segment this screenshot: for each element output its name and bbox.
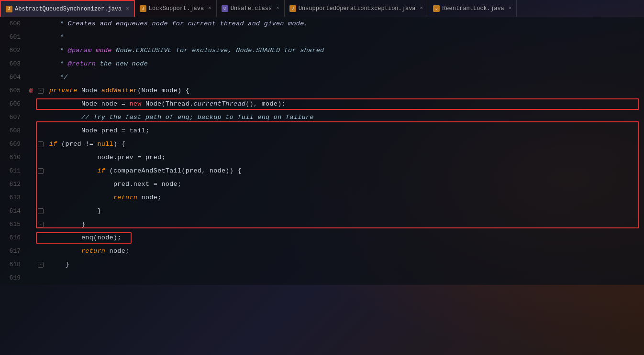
- line-num-611: 611: [0, 164, 26, 178]
- line-num-617: 617: [0, 245, 26, 258]
- code-604: */: [36, 71, 644, 84]
- at-marker-605: @: [29, 84, 33, 97]
- line-num-618: 618: [0, 258, 26, 271]
- line-num-602: 602: [0, 44, 26, 57]
- code-line-607: 607 // Try the fast path of enq; backup …: [0, 111, 644, 124]
- tab-close4[interactable]: ×: [420, 6, 423, 11]
- code-area[interactable]: 600 * Creates and enqueues node for curr…: [0, 17, 644, 285]
- code-line-602: 602 * @param mode Node.EXCLUSIVE for exc…: [0, 44, 644, 57]
- code-601: *: [36, 31, 644, 44]
- code-line-616: 616 enq(node);: [0, 231, 644, 245]
- line-num-619: 619: [0, 271, 26, 285]
- code-line-618: 618 - }: [0, 258, 644, 271]
- code-615: }: [45, 218, 644, 231]
- tab-lock-support[interactable]: J LockSupport.java ×: [135, 0, 217, 17]
- code-line-601: 601 *: [0, 31, 644, 44]
- fold-614[interactable]: -: [38, 208, 44, 214]
- tab-icon-java3: J: [433, 5, 440, 12]
- code-line-619: 619: [0, 271, 644, 285]
- tab-icon-class: C: [222, 5, 228, 12]
- fold-611[interactable]: -: [38, 168, 44, 174]
- line-num-607: 607: [0, 111, 26, 124]
- code-606: Node node = new Node(Thread.currentThrea…: [45, 97, 644, 111]
- gutter-fold-614[interactable]: -: [36, 208, 45, 214]
- gutter-605: @: [26, 84, 36, 97]
- code-line-613: 613 return node;: [0, 191, 644, 204]
- tab-label: AbstractQueuedSynchronizer.java: [15, 6, 122, 12]
- code-613: return node;: [45, 191, 644, 204]
- tab-abstract-queued-synchronizer[interactable]: J AbstractQueuedSynchronizer.java ×: [0, 0, 135, 17]
- tab-icon-java2: J: [140, 5, 146, 12]
- tab-label3: Unsafe.class: [231, 5, 272, 12]
- code-614: }: [45, 204, 644, 218]
- code-line-609: 609 - if (pred != null) {: [0, 138, 644, 151]
- fold-615[interactable]: -: [38, 222, 44, 227]
- code-612: pred.next = node;: [45, 178, 644, 191]
- code-609: if (pred != null) {: [45, 138, 644, 151]
- gutter-fold-615: -: [36, 222, 45, 227]
- code-line-605: 605 @ - private Node addWaiter(Node mode…: [0, 84, 644, 97]
- code-line-600: 600 * Creates and enqueues node for curr…: [0, 17, 644, 31]
- tab-unsafe-class[interactable]: C Unsafe.class ×: [217, 0, 285, 17]
- gutter-fold-611[interactable]: -: [36, 168, 45, 174]
- code-617: return node;: [45, 245, 644, 258]
- tab-icon-exception: J: [289, 5, 296, 12]
- line-num-603: 603: [0, 57, 26, 71]
- line-num-600: 600: [0, 17, 26, 31]
- code-line-617: 617 return node;: [0, 245, 644, 258]
- gutter-fold-609[interactable]: -: [36, 141, 45, 147]
- line-num-613: 613: [0, 191, 26, 204]
- line-num-609: 609: [0, 138, 26, 151]
- code-line-603: 603 * @return the new node: [0, 57, 644, 71]
- line-num-606: 606: [0, 97, 26, 111]
- line-num-614: 614: [0, 204, 26, 218]
- code-607: // Try the fast path of enq; backup to f…: [45, 111, 644, 124]
- line-num-612: 612: [0, 178, 26, 191]
- line-num-616: 616: [0, 231, 26, 245]
- code-603: * @return the new node: [36, 57, 644, 71]
- tab-unsupported-operation[interactable]: J UnsupportedOperationException.java ×: [285, 0, 428, 17]
- code-605: private Node addWaiter(Node mode) {: [45, 84, 644, 97]
- tab-close[interactable]: ×: [126, 6, 129, 11]
- code-line-604: 604 */: [0, 71, 644, 84]
- tab-close3[interactable]: ×: [276, 6, 279, 11]
- line-num-605: 605: [0, 84, 26, 97]
- tab-label4: UnsupportedOperationException.java: [299, 5, 416, 12]
- line-num-608: 608: [0, 124, 26, 138]
- code-line-610: 610 node.prev = pred;: [0, 151, 644, 164]
- tab-close2[interactable]: ×: [208, 6, 211, 11]
- fold-618[interactable]: -: [38, 262, 44, 268]
- code-line-611: 611 - if (compareAndSetTail(pred, node))…: [0, 164, 644, 178]
- gutter-fold-618[interactable]: -: [36, 262, 45, 268]
- line-num-601: 601: [0, 31, 26, 44]
- fold-609[interactable]: -: [38, 141, 44, 147]
- line-num-604: 604: [0, 71, 26, 84]
- code-line-608: 608 Node pred = tail;: [0, 124, 644, 138]
- code-wrapper: 600 * Creates and enqueues node for curr…: [0, 17, 644, 355]
- line-num-615: 615: [0, 218, 26, 231]
- code-line-615: 615 - }: [0, 218, 644, 231]
- code-616: enq(node);: [45, 231, 644, 245]
- tab-close5[interactable]: ×: [509, 6, 512, 11]
- editor-container: J AbstractQueuedSynchronizer.java × J Lo…: [0, 0, 644, 355]
- fold-605[interactable]: -: [38, 88, 44, 94]
- code-618: }: [45, 258, 644, 271]
- code-611: if (compareAndSetTail(pred, node)) {: [45, 164, 644, 178]
- gutter-fold-605[interactable]: -: [36, 88, 45, 94]
- code-600: * Creates and enqueues node for current …: [36, 17, 644, 31]
- tab-label2: LockSupport.java: [149, 5, 204, 12]
- code-608: Node pred = tail;: [45, 124, 644, 138]
- tab-reentrant-lock[interactable]: J ReentrantLock.java ×: [428, 0, 517, 17]
- code-610: node.prev = pred;: [45, 151, 644, 164]
- code-line-614: 614 - }: [0, 204, 644, 218]
- code-line-606: 606 Node node = new Node(Thread.currentT…: [0, 97, 644, 111]
- tab-label5: ReentrantLock.java: [442, 5, 504, 12]
- code-602: * @param mode Node.EXCLUSIVE for exclusi…: [36, 44, 644, 57]
- tab-icon-java: J: [6, 6, 12, 12]
- line-num-610: 610: [0, 151, 26, 164]
- code-line-612: 612 pred.next = node;: [0, 178, 644, 191]
